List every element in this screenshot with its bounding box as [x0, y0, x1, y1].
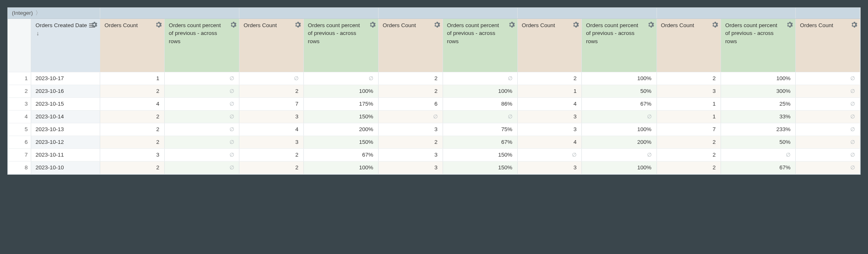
date-cell[interactable]: 2023-10-12 [31, 136, 100, 148]
pivot-group-header[interactable] [657, 8, 796, 18]
percent-cell[interactable]: ∅ [582, 110, 657, 123]
percent-cell[interactable]: ∅ [443, 110, 517, 123]
count-cell[interactable]: 4 [517, 136, 582, 148]
gear-icon[interactable] [369, 21, 376, 28]
count-cell[interactable]: 2 [239, 148, 304, 161]
count-cell[interactable]: 2 [657, 136, 721, 148]
count-cell[interactable]: 2 [517, 72, 582, 85]
percent-cell[interactable]: ∅ [721, 148, 796, 161]
percent-cell[interactable]: 175% [303, 97, 378, 110]
percent-cell[interactable]: 33% [721, 110, 796, 123]
percent-cell[interactable]: 150% [303, 136, 378, 148]
percent-cell[interactable]: 100% [582, 123, 657, 136]
column-header-count[interactable]: Orders Count [796, 18, 860, 72]
column-header-percent[interactable]: Orders count percent of previous - acros… [721, 18, 796, 72]
count-cell[interactable]: ∅ [796, 161, 860, 174]
gear-icon[interactable] [572, 21, 579, 28]
percent-cell[interactable]: ∅ [165, 72, 239, 85]
column-header-count[interactable]: Orders Count [378, 18, 443, 72]
column-header-percent[interactable]: Orders count percent of previous - acros… [443, 18, 517, 72]
count-cell[interactable]: ∅ [796, 72, 860, 85]
count-cell[interactable]: 7 [239, 97, 304, 110]
date-cell[interactable]: 2023-10-13 [31, 123, 100, 136]
gear-icon[interactable] [648, 21, 654, 28]
gear-icon[interactable] [851, 21, 857, 28]
percent-cell[interactable]: 67% [582, 97, 657, 110]
count-cell[interactable]: 1 [100, 72, 165, 85]
count-cell[interactable]: 6 [378, 97, 443, 110]
date-cell[interactable]: 2023-10-15 [31, 97, 100, 110]
percent-cell[interactable]: 100% [303, 85, 378, 97]
percent-cell[interactable]: ∅ [165, 161, 239, 174]
count-cell[interactable]: 3 [239, 110, 304, 123]
pivot-group-header[interactable] [378, 8, 517, 18]
date-cell[interactable]: 2023-10-14 [31, 110, 100, 123]
count-cell[interactable]: ∅ [796, 85, 860, 97]
count-cell[interactable]: 3 [378, 123, 443, 136]
count-cell[interactable]: 7 [657, 123, 721, 136]
count-cell[interactable]: 2 [100, 85, 165, 97]
column-header-date[interactable]: Orders Created Date ↓ [31, 18, 100, 72]
count-cell[interactable]: 3 [517, 123, 582, 136]
column-header-count[interactable]: Orders Count [239, 18, 304, 72]
count-cell[interactable]: 2 [378, 72, 443, 85]
count-cell[interactable]: 2 [239, 161, 304, 174]
gear-icon[interactable] [786, 21, 793, 28]
count-cell[interactable]: 2 [100, 161, 165, 174]
date-cell[interactable]: 2023-10-11 [31, 148, 100, 161]
percent-cell[interactable]: 100% [582, 161, 657, 174]
count-cell[interactable]: 2 [100, 136, 165, 148]
date-cell[interactable]: 2023-10-16 [31, 85, 100, 97]
percent-cell[interactable]: 150% [443, 148, 517, 161]
percent-cell[interactable]: 200% [303, 123, 378, 136]
count-cell[interactable]: 2 [378, 136, 443, 148]
column-header-percent[interactable]: Orders count percent of previous - acros… [303, 18, 378, 72]
count-cell[interactable]: ∅ [378, 110, 443, 123]
count-cell[interactable]: 1 [657, 97, 721, 110]
count-cell[interactable]: 2 [100, 123, 165, 136]
percent-cell[interactable]: ∅ [165, 85, 239, 97]
pivot-group-header[interactable] [100, 8, 239, 18]
count-cell[interactable]: ∅ [796, 148, 860, 161]
percent-cell[interactable]: 150% [443, 161, 517, 174]
percent-cell[interactable]: 200% [582, 136, 657, 148]
pivot-group-header[interactable] [239, 8, 379, 18]
percent-cell[interactable]: ∅ [165, 136, 239, 148]
gear-icon[interactable] [230, 21, 237, 28]
count-cell[interactable]: ∅ [796, 123, 860, 136]
column-header-count[interactable]: Orders Count [657, 18, 721, 72]
date-cell[interactable]: 2023-10-17 [31, 72, 100, 85]
percent-cell[interactable]: 50% [721, 136, 796, 148]
percent-cell[interactable]: ∅ [303, 72, 378, 85]
count-cell[interactable]: 2 [239, 85, 304, 97]
count-cell[interactable]: 3 [517, 110, 582, 123]
count-cell[interactable]: 1 [657, 110, 721, 123]
gear-icon[interactable] [155, 21, 162, 28]
column-header-count[interactable]: Orders Count [517, 18, 582, 72]
count-cell[interactable]: ∅ [796, 97, 860, 110]
column-header-count[interactable]: Orders Count [100, 18, 165, 72]
count-cell[interactable]: 4 [517, 97, 582, 110]
date-cell[interactable]: 2023-10-10 [31, 161, 100, 174]
percent-cell[interactable]: 150% [303, 110, 378, 123]
count-cell[interactable]: 3 [100, 148, 165, 161]
count-cell[interactable]: 2 [657, 72, 721, 85]
count-cell[interactable]: 2 [657, 148, 721, 161]
percent-cell[interactable]: ∅ [443, 72, 517, 85]
percent-cell[interactable]: ∅ [165, 97, 239, 110]
percent-cell[interactable]: 300% [721, 85, 796, 97]
pivot-group-header[interactable] [517, 8, 657, 18]
percent-cell[interactable]: 100% [303, 161, 378, 174]
count-cell[interactable]: 3 [378, 148, 443, 161]
count-cell[interactable]: ∅ [517, 148, 582, 161]
count-cell[interactable]: 3 [517, 161, 582, 174]
gear-icon[interactable] [91, 21, 97, 28]
gear-icon[interactable] [712, 21, 718, 28]
count-cell[interactable]: 3 [657, 85, 721, 97]
count-cell[interactable]: 3 [378, 161, 443, 174]
count-cell[interactable]: 2 [378, 85, 443, 97]
percent-cell[interactable]: ∅ [165, 123, 239, 136]
percent-cell[interactable]: 100% [443, 85, 517, 97]
percent-cell[interactable]: 75% [443, 123, 517, 136]
pivot-group-header[interactable] [796, 8, 860, 18]
